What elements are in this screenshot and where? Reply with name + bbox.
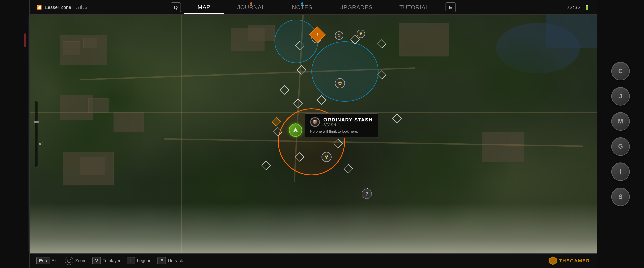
building-6a xyxy=(80,157,105,175)
radiation-marker-3[interactable]: ☢ xyxy=(357,30,365,38)
battery-icon: 🔋 xyxy=(584,4,590,10)
zoom-slider[interactable] xyxy=(35,100,38,168)
hint-zoom-label: Zoom xyxy=(75,258,86,263)
right-button-g[interactable]: G xyxy=(611,137,630,156)
building-4b xyxy=(114,112,144,132)
right-button-j[interactable]: J xyxy=(611,87,630,105)
bottom-right: THEGAMER xyxy=(548,256,590,265)
tab-tutorial[interactable]: Tutorial xyxy=(386,1,442,13)
logo-hexagon xyxy=(548,256,558,265)
marker-13[interactable] xyxy=(345,165,352,172)
player-marker xyxy=(289,123,302,137)
marker-6[interactable] xyxy=(394,115,400,122)
tab-notes[interactable]: Notes xyxy=(278,1,326,13)
top-navigation-bar: 📶 Lesser Zone Q Map Journal xyxy=(30,0,597,14)
svg-point-1 xyxy=(67,259,71,263)
key-esc[interactable]: Esc xyxy=(36,257,50,264)
hint-to-player-label: To player xyxy=(103,258,120,263)
hint-to-player: V To player xyxy=(92,257,120,264)
zone-circle-2 xyxy=(312,41,378,102)
tooltip-stash-icon: 📦 xyxy=(310,117,320,127)
building-cluster-3 xyxy=(399,23,449,56)
top-bar-right: 22:32 🔋 xyxy=(566,4,590,10)
tooltip-stash-description: No one will think to look here. xyxy=(310,129,373,134)
terrain-forest-5 xyxy=(449,31,583,132)
hint-exit-label: Exit xyxy=(52,258,59,263)
brand-text: THEGAMER xyxy=(559,258,590,264)
map-container[interactable]: ×2 ☢ ☢ ☢ ☢ xyxy=(30,14,597,254)
key-e-badge: E xyxy=(446,2,456,12)
question-marker[interactable]: ? xyxy=(362,189,372,199)
journal-notification-dot xyxy=(250,2,252,5)
navigation-tabs: Q Map Journal Notes Upgrades Tutorial E xyxy=(167,1,459,14)
road-v-1 xyxy=(180,14,182,254)
radiation-marker-2[interactable]: ☢ xyxy=(335,31,343,40)
tab-map[interactable]: Map xyxy=(184,1,224,14)
hint-legend-label: Legend xyxy=(137,258,152,263)
zoom-icon xyxy=(65,257,73,265)
zoom-handle[interactable] xyxy=(34,121,39,123)
building-1a xyxy=(63,41,80,55)
right-panel: C J M G I S xyxy=(597,0,644,268)
key-l[interactable]: L xyxy=(126,257,135,264)
right-button-i[interactable]: I xyxy=(611,163,630,181)
marker-12[interactable] xyxy=(263,162,270,169)
signal-icon: 📶 xyxy=(36,5,42,10)
marker-11[interactable] xyxy=(296,154,303,160)
marker-7[interactable] xyxy=(295,100,301,107)
right-button-c[interactable]: C xyxy=(611,62,630,80)
tab-journal[interactable]: Journal xyxy=(224,1,278,13)
stash-tooltip: 📦 ORDINARY STASH STASH No one will think… xyxy=(305,113,378,138)
hint-zoom: Zoom xyxy=(65,257,86,265)
quest-marker-orange[interactable]: ! xyxy=(312,29,323,40)
key-q-badge: Q xyxy=(171,2,181,12)
tooltip-stash-name: ORDINARY STASH xyxy=(323,117,373,123)
right-button-s[interactable]: S xyxy=(611,188,630,206)
right-button-m[interactable]: M xyxy=(611,112,630,131)
brand-logo: THEGAMER xyxy=(548,256,590,265)
marker-14[interactable] xyxy=(335,140,342,147)
hint-untrack: F Untrack xyxy=(158,257,183,264)
bottom-bar: Esc Exit Zoom V To player L Legend F Unt… xyxy=(30,254,597,268)
marker-10[interactable] xyxy=(274,128,281,135)
time-display: 22:32 xyxy=(566,4,581,10)
marker-8[interactable] xyxy=(318,97,325,103)
tooltip-header: 📦 ORDINARY STASH STASH xyxy=(310,117,373,127)
marker-3[interactable] xyxy=(378,40,385,47)
svg-line-2 xyxy=(70,262,71,263)
tab-upgrades[interactable]: Upgrades xyxy=(326,1,386,13)
zone-label: Lesser Zone xyxy=(45,5,71,10)
notes-notification-dot xyxy=(301,2,304,5)
tooltip-stash-type: STASH xyxy=(323,123,373,127)
zoom-label: ×2 xyxy=(39,142,44,146)
key-v[interactable]: V xyxy=(92,257,101,264)
marker-4[interactable] xyxy=(298,66,305,73)
map-background: ×2 ☢ ☢ ☢ ☢ xyxy=(30,14,597,254)
stash-marker-selected[interactable] xyxy=(273,118,280,125)
building-cluster-5 xyxy=(482,132,524,162)
top-bar-left: 📶 Lesser Zone xyxy=(36,5,88,10)
building-1b xyxy=(83,38,97,48)
svg-marker-0 xyxy=(293,127,298,132)
building-2a xyxy=(248,25,274,41)
radiation-marker-4[interactable]: ☢ xyxy=(335,78,345,88)
hint-legend: L Legend xyxy=(126,257,152,264)
key-f[interactable]: F xyxy=(158,257,166,264)
hint-exit: Esc Exit xyxy=(36,257,59,264)
marker-1[interactable] xyxy=(296,42,303,49)
player-icon xyxy=(289,123,302,137)
game-window: 📶 Lesser Zone Q Map Journal xyxy=(29,0,597,268)
bottom-hints: Esc Exit Zoom V To player L Legend F Unt… xyxy=(36,257,183,265)
building-4a xyxy=(88,98,108,113)
left-panel xyxy=(0,0,29,268)
hint-untrack-label: Untrack xyxy=(168,258,183,263)
radiation-marker-6[interactable]: ☢ xyxy=(322,152,332,162)
marker-5[interactable] xyxy=(378,71,385,78)
marker-9[interactable] xyxy=(281,87,288,93)
